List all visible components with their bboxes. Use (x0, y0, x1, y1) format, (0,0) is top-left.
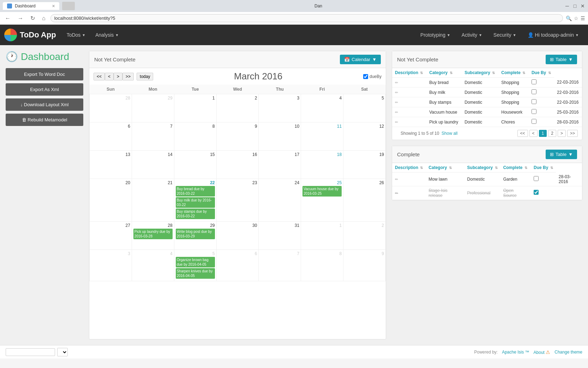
home-button[interactable]: ⌂ (40, 14, 48, 22)
calendar-cell[interactable]: 18 (301, 151, 343, 179)
calendar-cell[interactable]: 8 (301, 250, 343, 281)
calendar-cell[interactable]: 28Pick up laundry due by 2016-03-28 (132, 222, 174, 250)
edit-icon[interactable]: ✏ (395, 110, 398, 114)
calendar-event[interactable]: Organize brown bag due by 2016-04-05 (176, 257, 215, 267)
calendar-cell[interactable]: 21 (132, 179, 174, 222)
page-prev-button[interactable]: < (529, 130, 538, 137)
export-xml-button[interactable]: Export As Xml (6, 83, 83, 96)
rebuild-metamodel-button[interactable]: 🗑 Rebuild Metamodel (6, 114, 83, 126)
calendar-cell[interactable]: 6 (216, 250, 259, 281)
calendar-event[interactable]: Write blog post due by 2016-03-29 (176, 229, 215, 239)
calendar-event[interactable]: Buy milk due by 2016-03-22 (176, 197, 215, 208)
calendar-cell[interactable]: 6 (90, 122, 132, 151)
page-next-button[interactable]: > (558, 130, 566, 137)
calendar-cell[interactable]: 29Write blog post due by 2016-03-29 (174, 222, 216, 250)
complete-checkbox[interactable] (532, 79, 536, 84)
calendar-cell[interactable]: 5Organize brown bag due by 2016-04-05Sha… (174, 250, 216, 281)
bookmark-icon[interactable]: ☆ (574, 16, 578, 21)
app-logo[interactable]: ToDo App (4, 29, 56, 41)
col-due-by[interactable]: Due By ⇅ (529, 68, 554, 78)
calendar-cell[interactable]: 19 (343, 151, 386, 179)
calendar-event[interactable]: Sharpen knives due by 2016-04-05 (176, 268, 215, 279)
edit-icon[interactable]: ✏ (395, 120, 398, 124)
show-all-link[interactable]: Show all (442, 131, 457, 136)
page-first-button[interactable]: << (517, 130, 528, 137)
nav-item-analysis[interactable]: Analysis ▼ (90, 25, 124, 45)
calendar-cell[interactable]: 7 (259, 250, 301, 281)
nav-item-prototyping[interactable]: Prototyping ▼ (415, 25, 455, 45)
complete-checkbox[interactable] (534, 190, 539, 195)
calendar-cell[interactable]: 4 (132, 250, 174, 281)
edit-icon[interactable]: ✏ (395, 90, 398, 95)
complete-col-description[interactable]: Description ⇅ (392, 163, 426, 173)
calendar-cell[interactable]: 4 (301, 94, 343, 122)
calendar-cell[interactable]: 28 (90, 94, 132, 122)
calendar-cell[interactable]: 27 (90, 222, 132, 250)
calendar-cell[interactable]: 26 (343, 179, 386, 222)
calendar-cell[interactable]: 13 (90, 151, 132, 179)
calendar-cell[interactable]: 1 (301, 222, 343, 250)
col-complete[interactable]: Complete ⇅ (498, 68, 529, 78)
calendar-cell[interactable]: 1 (174, 94, 216, 122)
minimize-button[interactable]: ─ (565, 4, 570, 8)
back-button[interactable]: ← (3, 14, 13, 22)
complete-checkbox[interactable] (532, 99, 536, 104)
about-link[interactable]: About ⚠ (534, 349, 551, 355)
col-description[interactable]: Description ⇅ (392, 68, 426, 78)
col-subcategory[interactable]: Subcategory ⇅ (462, 68, 498, 78)
isis-link[interactable]: Apache Isis ™ (502, 350, 529, 355)
menu-icon[interactable]: ☰ (581, 16, 585, 21)
url-input[interactable] (50, 14, 563, 22)
nav-item-activity[interactable]: Activity ▼ (457, 25, 487, 45)
calendar-cell[interactable]: 2 (216, 94, 259, 122)
complete-col-subcategory[interactable]: Subcategory ⇅ (464, 163, 500, 173)
close-button[interactable]: ✕ (580, 4, 585, 8)
calendar-event[interactable]: Pick up laundry due by 2016-03-28 (133, 229, 173, 239)
nav-item-user[interactable]: 👤 Hi todoapp-admin ▼ (523, 25, 584, 45)
calendar-cell[interactable]: 15 (174, 151, 216, 179)
calendar-cell[interactable]: 22Buy bread due by 2016-03-22Buy milk du… (174, 179, 216, 222)
calendar-cell[interactable]: 17 (259, 151, 301, 179)
calendar-cell[interactable]: 10 (259, 122, 301, 151)
calendar-cell[interactable]: 3 (90, 250, 132, 281)
due-by-checkbox[interactable] (363, 74, 368, 79)
calendar-cell[interactable]: 5 (343, 94, 386, 122)
calendar-cell[interactable]: 14 (132, 151, 174, 179)
reload-button[interactable]: ↻ (28, 14, 37, 22)
edit-icon[interactable]: ✏ (395, 80, 398, 85)
nav-item-security[interactable]: Security ▼ (488, 25, 521, 45)
calendar-cell[interactable]: 29 (132, 94, 174, 122)
calendar-cell[interactable]: 3 (259, 94, 301, 122)
calendar-cell[interactable]: 24 (259, 179, 301, 222)
new-tab-button[interactable] (62, 2, 75, 10)
edit-icon[interactable]: ✏ (395, 191, 398, 195)
download-layout-button[interactable]: ↓ Download Layout Xml (6, 98, 83, 111)
complete-checkbox[interactable] (534, 176, 539, 181)
complete-checkbox[interactable] (532, 89, 536, 94)
calendar-cell[interactable]: 30 (216, 222, 259, 250)
footer-input[interactable] (6, 348, 55, 356)
complete-table-button[interactable]: ⊞ Table ▼ (546, 150, 577, 159)
calendar-button[interactable]: 📅 Calendar ▼ (340, 55, 381, 64)
complete-checkbox[interactable] (532, 119, 536, 124)
close-tab-button[interactable]: ✕ (52, 4, 55, 8)
calendar-cell[interactable]: 8 (174, 122, 216, 151)
calendar-cell[interactable]: 11 (301, 122, 343, 151)
search-icon[interactable]: 🔍 (566, 16, 572, 21)
page-2-button[interactable]: 2 (548, 130, 556, 137)
cal-first-button[interactable]: << (94, 73, 105, 80)
cal-last-button[interactable]: >> (122, 73, 134, 80)
footer-dropdown[interactable] (57, 348, 68, 356)
complete-col-due-by[interactable]: Due By ⇅ (531, 163, 556, 173)
maximize-button[interactable]: □ (572, 4, 577, 8)
calendar-cell[interactable]: 9 (343, 250, 386, 281)
cal-prev-button[interactable]: < (105, 73, 114, 80)
calendar-cell[interactable]: 16 (216, 151, 259, 179)
calendar-cell[interactable]: 2 (343, 222, 386, 250)
cal-next-button[interactable]: > (114, 73, 122, 80)
calendar-cell[interactable]: 31 (259, 222, 301, 250)
forward-button[interactable]: → (16, 14, 25, 22)
complete-checkbox[interactable] (532, 109, 536, 114)
col-category[interactable]: Category ⇅ (426, 68, 462, 78)
calendar-cell[interactable]: 20 (90, 179, 132, 222)
